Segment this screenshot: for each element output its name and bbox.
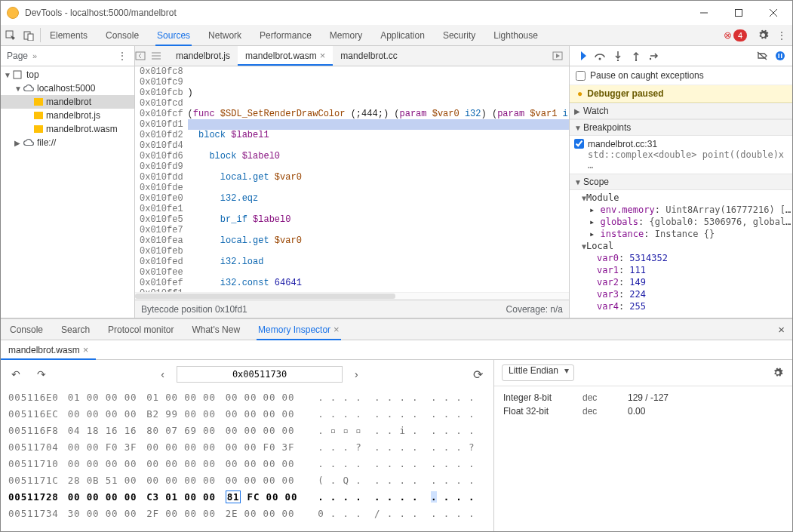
tree-file-mandelbrot-wasm[interactable]: mandelbrot.wasm	[1, 122, 134, 136]
svg-rect-8	[34, 98, 43, 106]
drawer-tab-memory-inspector[interactable]: Memory Inspector×	[249, 319, 349, 340]
svg-rect-1	[736, 10, 742, 17]
resume-icon[interactable]	[576, 51, 588, 61]
file-icon	[34, 111, 43, 120]
editor-tab-cc[interactable]: mandelbrot.cc	[333, 46, 404, 66]
local-var: var0: 5314352	[582, 252, 792, 264]
tab-memory[interactable]: Memory	[321, 25, 371, 45]
step-into-icon[interactable]	[612, 51, 624, 61]
editor-nav-back-icon[interactable]	[135, 51, 152, 60]
svg-rect-9	[34, 112, 43, 119]
drawer-tab-console[interactable]: Console	[1, 319, 52, 340]
breakpoint-checkbox[interactable]	[574, 139, 584, 149]
next-page-icon[interactable]: ›	[350, 368, 363, 380]
settings-gear-icon[interactable]	[758, 29, 770, 41]
svg-rect-23	[779, 54, 780, 58]
page-pane-title[interactable]: Page	[7, 51, 28, 61]
scope-globals[interactable]: ▸ globals: {global0: 5306976, global1: 6…	[582, 216, 792, 228]
close-icon[interactable]: ×	[333, 324, 340, 335]
scope-local[interactable]: ▼Local	[582, 240, 792, 252]
tree-file-scheme[interactable]: ▶ file://	[1, 136, 134, 149]
bytecode-position: Bytecode position 0x10fd1	[141, 304, 247, 315]
minimize-button[interactable]	[687, 2, 721, 24]
coverage-status: Coverage: n/a	[506, 304, 563, 315]
titlebar: DevTools - localhost:5000/mandelbrot	[1, 1, 792, 25]
pause-icon[interactable]	[774, 51, 786, 61]
endianness-select[interactable]: Little Endian	[502, 364, 574, 381]
local-var: var1: 111	[582, 264, 792, 276]
page-pane-menu-icon[interactable]: ⋮	[116, 51, 128, 61]
value-settings-icon[interactable]	[773, 367, 785, 378]
step-over-icon[interactable]	[594, 51, 606, 60]
drawer-close-icon[interactable]: ×	[770, 323, 792, 336]
kebab-menu-icon[interactable]: ⋮	[776, 30, 788, 41]
tab-network[interactable]: Network	[199, 25, 251, 45]
hex-grid[interactable]: 005116E001 00 00 0001 00 00 0000 00 00 0…	[7, 389, 487, 523]
tab-elements[interactable]: Elements	[41, 25, 97, 45]
tab-performance[interactable]: Performance	[251, 25, 321, 45]
tab-lighthouse[interactable]: Lighthouse	[484, 25, 547, 45]
close-icon[interactable]: ×	[83, 344, 89, 355]
deactivate-breakpoints-icon[interactable]	[756, 51, 768, 60]
main-toolbar: Elements Console Sources Network Perform…	[1, 25, 792, 46]
debugger-paused-banner: ● Debugger paused	[570, 85, 792, 103]
step-out-icon[interactable]	[630, 51, 642, 61]
refresh-icon[interactable]: ⟳	[469, 367, 487, 382]
close-icon[interactable]: ×	[320, 50, 326, 61]
svg-point-21	[650, 58, 651, 60]
editor-tab-js[interactable]: mandelbrot.js	[168, 46, 238, 66]
drawer-tab-whatsnew[interactable]: What's New	[183, 319, 249, 340]
file-icon	[34, 97, 43, 106]
svg-rect-7	[14, 71, 21, 78]
pause-on-exceptions-label: Pause on caught exceptions	[590, 70, 704, 81]
local-var: var4: 255	[582, 300, 792, 312]
scope-section-header[interactable]: ▼Scope	[570, 174, 792, 190]
editor-nav-list-icon[interactable]	[152, 52, 168, 60]
page-navigator: Page » ⋮ ▼ top ▼	[1, 46, 135, 318]
svg-point-16	[599, 58, 601, 60]
window-title: DevTools - localhost:5000/mandelbrot	[25, 8, 687, 18]
tree-file-mandelbrot[interactable]: mandelbrot	[1, 95, 134, 109]
editor-run-icon[interactable]	[552, 51, 569, 60]
tree-host[interactable]: ▼ localhost:5000	[1, 81, 134, 95]
close-button[interactable]	[756, 2, 791, 24]
breakpoints-section-header[interactable]: ▼Breakpoints	[570, 119, 792, 136]
scope-env-memory[interactable]: ▸ env.memory: Uint8Array(16777216) [101,…	[582, 204, 792, 216]
page-pane-more-icon[interactable]: »	[32, 51, 37, 60]
memory-tab-wasm[interactable]: mandelbrot.wasm×	[1, 340, 96, 359]
svg-rect-11	[136, 52, 145, 60]
editor-tab-wasm[interactable]: mandelbrot.wasm×	[238, 46, 333, 66]
value-float32: Float 32-bit dec 0.00	[503, 404, 783, 418]
pause-on-exceptions-checkbox[interactable]	[576, 71, 586, 81]
scope-instance[interactable]: ▸ instance: Instance {}	[582, 228, 792, 240]
drawer-tab-protocol[interactable]: Protocol monitor	[99, 319, 183, 340]
tree-file-mandelbrot-js[interactable]: mandelbrot.js	[1, 109, 134, 122]
drawer-tab-search[interactable]: Search	[52, 319, 99, 340]
maximize-button[interactable]	[721, 2, 756, 24]
tree-top[interactable]: ▼ top	[1, 68, 134, 81]
horizontal-scrollbar[interactable]	[135, 292, 569, 300]
error-count[interactable]: ⊗4	[724, 29, 752, 42]
step-icon[interactable]	[648, 51, 660, 60]
scope-module[interactable]: ▼Module	[582, 192, 792, 204]
svg-point-20	[635, 60, 637, 61]
editor-pane: mandelbrot.js mandelbrot.wasm× mandelbro…	[135, 46, 570, 318]
tab-sources[interactable]: Sources	[148, 25, 199, 45]
address-input[interactable]	[177, 366, 343, 383]
tab-console[interactable]: Console	[97, 25, 148, 45]
undo-icon[interactable]: ↶	[7, 368, 25, 380]
local-var: var2: 149	[582, 276, 792, 288]
breakpoint-item[interactable]: mandelbrot.cc:31 std::complex<double> po…	[570, 136, 792, 174]
svg-rect-24	[781, 54, 782, 58]
inspect-element-icon[interactable]	[5, 30, 17, 41]
debugger-side-panel: Pause on caught exceptions ● Debugger pa…	[570, 46, 792, 318]
tab-application[interactable]: Application	[371, 25, 434, 45]
value-inspector: Little Endian Integer 8-bit dec 129 / -1…	[494, 360, 792, 531]
svg-point-22	[776, 51, 785, 60]
prev-page-icon[interactable]: ‹	[156, 368, 169, 380]
code-editor[interactable]: 0x010fc80x010fc90x010fcb0x010fcd0x010fcf…	[135, 66, 569, 292]
device-toggle-icon[interactable]	[23, 30, 35, 41]
watch-section-header[interactable]: ▶Watch	[570, 103, 792, 119]
tab-security[interactable]: Security	[434, 25, 484, 45]
redo-icon[interactable]: ↷	[32, 368, 51, 380]
